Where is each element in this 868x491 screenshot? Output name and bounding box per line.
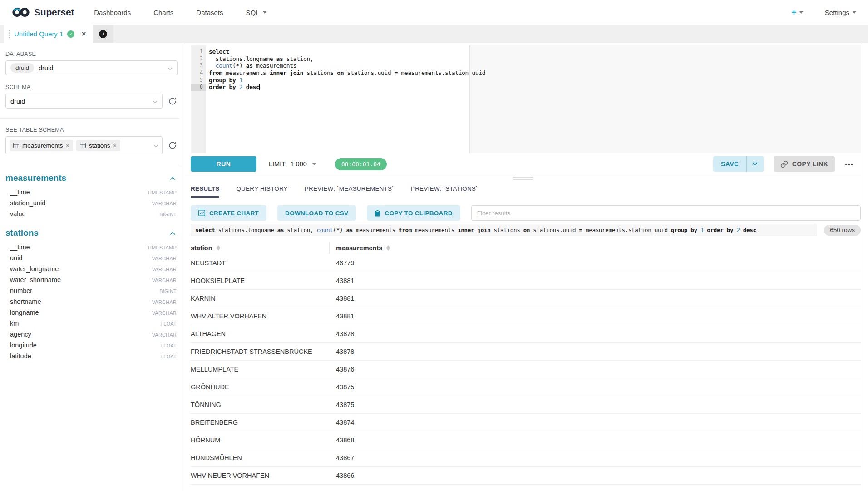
drag-handle-icon[interactable] xyxy=(9,30,10,38)
table-chip-label: stations xyxy=(89,142,110,149)
sort-icon[interactable] xyxy=(217,245,220,251)
save-options-button[interactable] xyxy=(747,156,764,172)
column-header-measurements[interactable]: measurements xyxy=(330,244,390,252)
sql-token: as xyxy=(246,62,253,69)
table-select[interactable]: measurements×stations× xyxy=(5,136,163,154)
copy-link-button[interactable]: COPY LINK xyxy=(774,156,835,172)
cell-measurements: 43876 xyxy=(330,366,354,373)
sql-token xyxy=(242,84,246,90)
results-tab-preview-stations[interactable]: PREVIEW: `STATIONS` xyxy=(411,185,478,198)
cell-measurements: 43866 xyxy=(330,472,354,479)
copy-to-clipboard-button[interactable]: COPY TO CLIPBOARD xyxy=(367,205,460,221)
sql-token: inner join xyxy=(458,227,490,233)
column-type: VARCHAR xyxy=(152,278,177,283)
table-chip-stations[interactable]: stations× xyxy=(76,140,120,151)
results-tab-query-history[interactable]: QUERY HISTORY xyxy=(236,185,287,198)
table-row: TÖNNING43875 xyxy=(191,396,861,414)
brand[interactable]: Superset xyxy=(12,7,74,18)
query-tab-label[interactable]: Untitled Query 1 xyxy=(14,30,63,38)
new-query-tab-button[interactable]: + xyxy=(93,25,113,43)
schema-table-header[interactable]: measurements xyxy=(5,173,178,183)
close-tab-icon[interactable]: × xyxy=(81,30,86,38)
cell-station: TÖNNING xyxy=(191,401,330,408)
table-row: HÖRNUM43868 xyxy=(191,431,861,449)
new-item-button[interactable]: + xyxy=(791,8,803,17)
refresh-schemas-button[interactable] xyxy=(168,96,178,106)
cell-measurements: 43881 xyxy=(330,312,354,320)
column-header-station[interactable]: station xyxy=(191,242,330,254)
results-table: station measurements NEUSTADT46779HOOKSI… xyxy=(191,242,861,485)
more-options-button[interactable]: ••• xyxy=(845,160,853,168)
splitter-handle-icon[interactable] xyxy=(513,177,533,180)
cell-measurements: 46779 xyxy=(330,259,354,267)
refresh-tables-button[interactable] xyxy=(168,140,178,150)
remove-chip-icon[interactable]: × xyxy=(113,142,117,149)
download-to-csv-button[interactable]: DOWNLOAD TO CSV xyxy=(277,205,356,221)
editor-pane: 123456 select stations.longname as stati… xyxy=(185,43,861,491)
divider xyxy=(0,118,179,119)
nav-item-datasets[interactable]: Datasets xyxy=(196,9,223,16)
column-type: VARCHAR xyxy=(152,299,177,305)
column-type: TIMESTAMP xyxy=(147,190,177,195)
sql-token: * xyxy=(236,62,239,69)
settings-menu[interactable]: Settings xyxy=(825,9,856,16)
query-tab-bar: Untitled Query 1 ✓ × + xyxy=(0,25,868,43)
results-tab-preview-measurements[interactable]: PREVIEW: `MEASUREMENTS` xyxy=(305,185,394,198)
sql-token xyxy=(733,227,736,233)
cell-station: FRIEDRICHSTADT STRASSENBRÜCKE xyxy=(191,348,330,355)
cell-measurements: 43878 xyxy=(330,330,354,337)
divider xyxy=(0,164,179,164)
column-row: station_uuidVARCHAR xyxy=(5,198,178,208)
schema-table-header[interactable]: stations xyxy=(5,228,178,238)
collapse-icon[interactable] xyxy=(170,229,176,237)
limit-dropdown[interactable]: LIMIT: 1 000 xyxy=(269,160,316,168)
cell-measurements: 43881 xyxy=(330,295,354,302)
cell-measurements: 43881 xyxy=(330,277,354,284)
sql-token: from xyxy=(399,227,412,233)
editor-code-area[interactable]: select stations.longname as station, cou… xyxy=(209,45,861,153)
remove-chip-icon[interactable]: × xyxy=(66,142,69,149)
column-list: __timeTIMESTAMPuuidVARCHARwater_longname… xyxy=(5,242,178,362)
collapse-icon[interactable] xyxy=(170,174,176,182)
nav-item-dashboards[interactable]: Dashboards xyxy=(94,9,131,16)
results-tab-results[interactable]: RESULTS xyxy=(191,185,219,198)
cell-station: MELLUMPLATE xyxy=(191,366,330,373)
query-tab[interactable]: Untitled Query 1 ✓ × xyxy=(4,25,93,43)
nav-item-label: Dashboards xyxy=(94,9,131,16)
chevron-down-icon xyxy=(153,141,158,149)
schema-select[interactable]: druid xyxy=(5,94,163,109)
schema-label: SCHEMA xyxy=(5,84,178,90)
column-row: water_longnameVARCHAR xyxy=(5,263,178,274)
create-chart-button[interactable]: CREATE CHART xyxy=(191,205,266,221)
sql-token: count xyxy=(216,62,232,69)
nav-item-sql[interactable]: SQL xyxy=(246,9,266,16)
save-button[interactable]: SAVE xyxy=(713,156,747,172)
sql-token: station, xyxy=(283,55,313,62)
column-list: __timeTIMESTAMPstation_uuidVARCHARvalueB… xyxy=(5,187,178,219)
cell-measurements: 43867 xyxy=(330,454,354,461)
cell-station: ALTHAGEN xyxy=(191,330,330,337)
sort-icon[interactable] xyxy=(386,245,390,251)
link-icon xyxy=(780,160,788,168)
chevron-down-icon xyxy=(168,64,173,72)
column-name: latitude xyxy=(10,352,31,360)
schema-table-name: stations xyxy=(5,228,39,238)
sql-token: station, xyxy=(284,227,316,233)
column-type: BIGINT xyxy=(159,212,177,217)
query-timer-badge: 00:00:01.04 xyxy=(335,158,387,170)
database-select[interactable]: druid druid xyxy=(5,60,178,75)
table-chip-measurements[interactable]: measurements× xyxy=(10,140,73,151)
nav-item-charts[interactable]: Charts xyxy=(153,9,173,16)
plus-icon: + xyxy=(99,30,107,38)
line-number: 1 xyxy=(191,48,206,55)
sql-editor: 123456 select stations.longname as stati… xyxy=(185,45,861,153)
chevron-down-icon xyxy=(263,11,266,14)
pane-splitter[interactable] xyxy=(185,175,861,180)
run-button[interactable]: RUN xyxy=(191,156,256,172)
filter-results-input[interactable] xyxy=(471,205,861,221)
clipboard-icon xyxy=(375,210,380,217)
navbar: Superset DashboardsChartsDatasetsSQL + S… xyxy=(0,0,868,25)
column-row: latitudeFLOAT xyxy=(5,351,178,362)
text-cursor xyxy=(259,84,260,90)
cell-measurements: 43874 xyxy=(330,419,354,426)
